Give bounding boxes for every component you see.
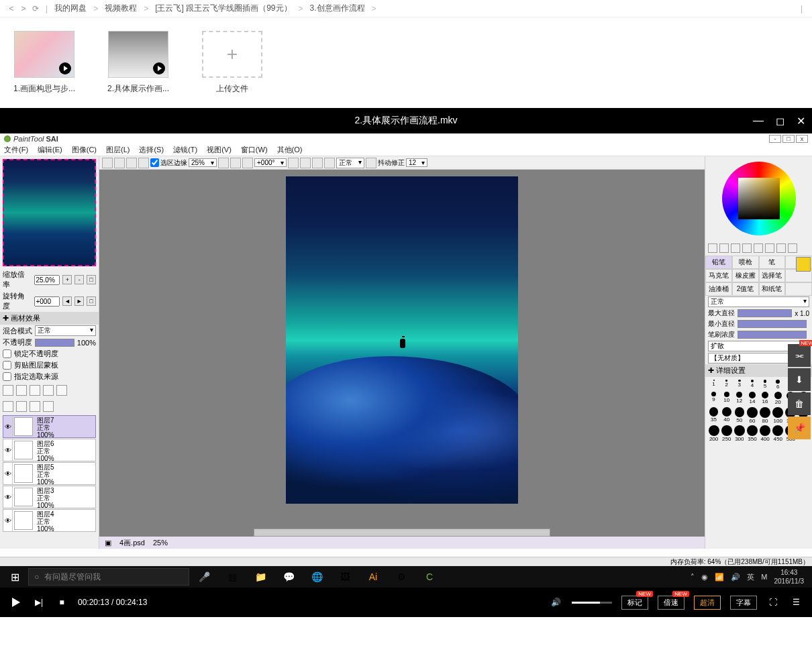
- opacity-slider[interactable]: [35, 339, 74, 347]
- brush-10[interactable]: 和纸笔: [759, 282, 786, 296]
- lock-opacity-check[interactable]: [3, 349, 11, 358]
- zoom-field[interactable]: [34, 275, 60, 285]
- size-300[interactable]: 300: [733, 425, 745, 442]
- brush-9[interactable]: 2值笔: [732, 282, 759, 296]
- rot-r-btn[interactable]: ►: [74, 296, 84, 306]
- volume-icon[interactable]: 🔊: [731, 573, 740, 582]
- size-9[interactable]: 9: [708, 392, 719, 406]
- angle-select[interactable]: +000°▾: [254, 158, 287, 167]
- taskview-icon[interactable]: ▥: [219, 567, 246, 586]
- volume-button[interactable]: 🔊: [549, 596, 562, 609]
- brush-2[interactable]: 笔: [759, 256, 786, 269]
- playlist-button[interactable]: ☰: [789, 596, 803, 609]
- designate-check[interactable]: [3, 372, 11, 381]
- mark-button[interactable]: 标记NEW: [621, 596, 648, 610]
- brush-mode-select[interactable]: 正常▾: [708, 296, 809, 307]
- size-6[interactable]: 6: [772, 380, 784, 390]
- start-button[interactable]: ⊞: [3, 567, 27, 586]
- play-button[interactable]: [9, 596, 23, 609]
- refresh-btn[interactable]: ⟳: [30, 4, 42, 13]
- wechat-icon[interactable]: 💬: [275, 567, 302, 586]
- cortana-search[interactable]: ○ 有问题尽管问我: [28, 568, 189, 586]
- brush-8[interactable]: 油漆桶: [705, 282, 732, 296]
- sai-min-icon[interactable]: -: [769, 135, 781, 143]
- zoom-plus-icon[interactable]: [218, 158, 229, 168]
- back-btn[interactable]: <: [5, 4, 17, 13]
- download-tab[interactable]: ⬇: [788, 368, 811, 391]
- brush-0[interactable]: 铅笔: [705, 256, 732, 269]
- speed-button[interactable]: 倍速NEW: [658, 596, 684, 610]
- explorer-icon[interactable]: 📁: [247, 567, 274, 586]
- size-400[interactable]: 400: [760, 425, 771, 442]
- zoom-reset-btn[interactable]: □: [87, 275, 96, 284]
- clip-mask-check[interactable]: [3, 361, 11, 370]
- size-200[interactable]: 200: [708, 425, 719, 442]
- color-square[interactable]: [738, 178, 780, 219]
- size-1[interactable]: 1: [708, 380, 719, 390]
- rotate-field[interactable]: [34, 296, 60, 307]
- eye-icon[interactable]: 👁: [3, 416, 13, 437]
- density-slider[interactable]: [738, 331, 807, 339]
- fullscreen-button[interactable]: ⛶: [766, 596, 780, 609]
- deselect-icon[interactable]: [126, 158, 137, 168]
- blend-mode-select[interactable]: 正常▾: [35, 325, 96, 336]
- pin-tab[interactable]: 📌: [788, 417, 811, 439]
- clear-layer-icon[interactable]: [3, 401, 13, 412]
- size-12[interactable]: 12: [733, 392, 745, 406]
- zoom-tool-icon[interactable]: [754, 243, 763, 253]
- size-100[interactable]: 100: [772, 407, 784, 424]
- eye-icon[interactable]: 👁: [3, 439, 13, 461]
- stop-button[interactable]: ■: [55, 596, 68, 609]
- zoom-in-btn[interactable]: +: [62, 275, 72, 284]
- photos-icon[interactable]: 🖼: [332, 567, 358, 586]
- menu-filter[interactable]: 滤镜(T): [173, 145, 197, 155]
- rot-l-btn[interactable]: ◄: [62, 296, 72, 306]
- move-icon[interactable]: [742, 243, 752, 253]
- mode-select[interactable]: 正常▾: [336, 158, 364, 168]
- zoom-out-btn[interactable]: -: [74, 275, 84, 284]
- size-10[interactable]: 10: [721, 392, 732, 406]
- rot-right-icon[interactable]: [300, 158, 311, 168]
- swatch[interactable]: [796, 257, 811, 272]
- size-14[interactable]: 14: [746, 392, 758, 406]
- brush-6[interactable]: 选择笔: [759, 269, 786, 282]
- h-scrollbar[interactable]: [254, 529, 550, 537]
- size-3[interactable]: 3: [733, 380, 745, 390]
- layer-item[interactable]: 👁图层3正常100%: [3, 486, 96, 508]
- maximize-icon[interactable]: ◻: [776, 115, 784, 127]
- zoom-select[interactable]: 25%▾: [189, 158, 217, 167]
- delete-layer-icon[interactable]: [43, 401, 54, 412]
- app-icon[interactable]: C: [416, 567, 443, 586]
- new-folder-icon[interactable]: [16, 385, 27, 396]
- fwd-btn[interactable]: >: [17, 4, 30, 13]
- material-header[interactable]: ✚画材效果: [0, 312, 99, 325]
- crumb-1[interactable]: 视频教程: [105, 3, 137, 14]
- upload-tile[interactable]: + 上传文件: [199, 31, 266, 95]
- lasso-icon[interactable]: [719, 243, 729, 253]
- flatten-icon[interactable]: [16, 401, 27, 412]
- rect-select-icon[interactable]: [708, 243, 717, 253]
- crumb-0[interactable]: 我的网盘: [54, 3, 87, 14]
- flip-icon[interactable]: [324, 158, 335, 168]
- volume-slider[interactable]: [572, 602, 612, 604]
- menu-layer[interactable]: 图层(L): [106, 145, 130, 155]
- hand-icon[interactable]: [776, 243, 786, 253]
- menu-file[interactable]: 文件(F): [4, 145, 28, 155]
- sai-max-icon[interactable]: □: [782, 135, 795, 143]
- menu-window[interactable]: 窗口(W): [241, 145, 268, 155]
- layer-item[interactable]: 👁图层7正常100%: [3, 415, 96, 438]
- navigator[interactable]: [3, 159, 96, 266]
- settings-icon[interactable]: ⚙: [388, 567, 415, 586]
- wand-icon[interactable]: [731, 243, 740, 253]
- size-16[interactable]: 16: [760, 392, 771, 406]
- size-35[interactable]: 35: [708, 407, 719, 424]
- next-button[interactable]: ▶|: [32, 596, 46, 609]
- stab-select[interactable]: 12▾: [406, 158, 427, 167]
- brush-1[interactable]: 喷枪: [732, 256, 759, 269]
- min-size-slider[interactable]: [738, 320, 807, 328]
- eye-icon[interactable]: 👁: [3, 486, 13, 508]
- canvas[interactable]: [286, 176, 518, 504]
- menu-other[interactable]: 其他(O): [277, 145, 303, 155]
- tray-status-icon[interactable]: ◉: [701, 573, 708, 582]
- chrome-icon[interactable]: 🌐: [303, 567, 330, 586]
